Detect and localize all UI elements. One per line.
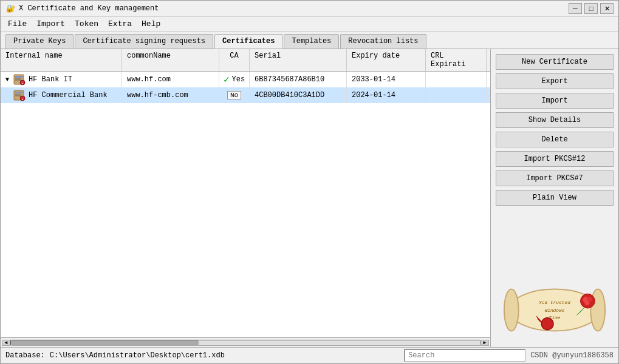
- ca-checkmark: ✓: [224, 73, 230, 86]
- cert-icon: ★: [13, 73, 26, 86]
- scrollbar-thumb[interactable]: [11, 340, 199, 345]
- import-button[interactable]: Import: [496, 93, 614, 109]
- cell-crl-expiry: [426, 87, 487, 103]
- cert-icon: ★: [13, 89, 26, 101]
- sidebar: New Certificate Export Import Show Detai…: [491, 49, 618, 347]
- delete-button[interactable]: Delete: [496, 132, 614, 147]
- svg-rect-1: [15, 76, 22, 78]
- menu-token[interactable]: Token: [70, 18, 103, 30]
- minimize-button[interactable]: ─: [569, 3, 582, 14]
- cell-ca: No: [219, 87, 250, 103]
- new-certificate-button[interactable]: New Certificate: [496, 54, 614, 70]
- cell-expiry: 2024-01-14: [347, 87, 426, 103]
- scroll-right-arrow[interactable]: ▶: [480, 340, 489, 346]
- db-label: Database:: [5, 351, 45, 360]
- col-common-name: commonName: [122, 49, 219, 71]
- svg-text:Time: Time: [549, 315, 561, 320]
- tabs-bar: Private Keys Certificate signing request…: [1, 32, 618, 49]
- cell-serial: 4CB00DB410C3A1DD: [250, 87, 347, 103]
- table-header: Internal name commonName CA Serial Expir…: [1, 49, 490, 72]
- table-row[interactable]: ▼ ★ HF Bank IT www.hf.com: [1, 72, 490, 87]
- menu-file[interactable]: File: [3, 18, 32, 30]
- no-badge: No: [227, 91, 241, 99]
- menu-extra[interactable]: Extra: [103, 18, 137, 30]
- table-row[interactable]: ★ HF Commercial Bank www.hf-cmb.com No 4…: [1, 87, 490, 103]
- cell-internal-name: ▼ ★ HF Bank IT: [1, 72, 122, 87]
- db-path: C:\Users\Administrator\Desktop\cert1.xdb: [50, 351, 399, 360]
- scrollbar-track[interactable]: [10, 340, 480, 346]
- col-internal-name: Internal name: [1, 49, 122, 71]
- table-body: ▼ ★ HF Bank IT www.hf.com: [1, 72, 490, 337]
- table-area: Internal name commonName CA Serial Expir…: [1, 49, 491, 347]
- cell-crl-expiry: [426, 72, 487, 87]
- cell-ca: ✓ Yes: [219, 72, 250, 87]
- export-button[interactable]: Export: [496, 73, 614, 89]
- menu-help[interactable]: Help: [137, 18, 165, 30]
- ca-label: Yes: [232, 75, 245, 84]
- tab-private-keys[interactable]: Private Keys: [5, 34, 74, 49]
- window-controls: ─ □ ✕: [569, 3, 614, 14]
- tab-certificates[interactable]: Certificates: [214, 34, 282, 49]
- brand-label: CSDN @yunyun1886358: [530, 351, 614, 360]
- internal-name-value: HF Bank IT: [29, 75, 72, 84]
- cell-expiry: 2033-01-14: [347, 72, 426, 87]
- close-button[interactable]: ✕: [600, 3, 614, 14]
- window-title: X Certificate and Key management: [19, 4, 569, 13]
- title-bar: 🔐 X Certificate and Key management ─ □ ✕: [1, 1, 618, 17]
- main-window: 🔐 X Certificate and Key management ─ □ ✕…: [0, 0, 619, 364]
- svg-rect-7: [15, 92, 22, 93]
- import-pkcs12-button[interactable]: Import PKCS#12: [496, 151, 614, 167]
- tab-templates[interactable]: Templates: [284, 34, 339, 49]
- maximize-button[interactable]: □: [584, 3, 598, 14]
- cell-serial: 6B87345687A86B10: [250, 72, 347, 87]
- col-crl-expiry: CRL Expirati: [426, 49, 487, 71]
- col-expiry-date: Expiry date: [347, 49, 426, 71]
- horizontal-scrollbar[interactable]: ◀ ▶: [1, 337, 490, 347]
- main-content: Internal name commonName CA Serial Expir…: [1, 49, 618, 347]
- svg-text:Xca trusted: Xca trusted: [538, 300, 570, 305]
- svg-point-19: [584, 300, 589, 305]
- logo-area: Xca trusted Windows Time: [496, 278, 614, 342]
- svg-text:Windows: Windows: [544, 308, 564, 313]
- internal-name-value: HF Commercial Bank: [29, 91, 108, 99]
- import-pkcs7-button[interactable]: Import PKCS#7: [496, 170, 614, 186]
- cell-common-name: www.hf-cmb.com: [122, 87, 219, 103]
- cell-internal-name: ★ HF Commercial Bank: [1, 87, 122, 103]
- tab-revocation-lists[interactable]: Revocation lists: [340, 34, 426, 49]
- status-bar: Database: C:\Users\Administrator\Desktop…: [1, 347, 618, 363]
- svg-point-14: [590, 289, 605, 331]
- show-details-button[interactable]: Show Details: [496, 112, 614, 128]
- search-input[interactable]: [404, 349, 525, 362]
- tab-csr[interactable]: Certificate signing requests: [75, 34, 213, 49]
- menu-import[interactable]: Import: [32, 18, 70, 30]
- plain-view-button[interactable]: Plain View: [496, 190, 614, 206]
- col-serial: Serial: [250, 49, 347, 71]
- svg-text:★: ★: [22, 82, 24, 86]
- scroll-logo: Xca trusted Windows Time: [501, 283, 609, 337]
- cell-common-name: www.hf.com: [122, 72, 219, 87]
- svg-text:★: ★: [21, 98, 23, 101]
- menu-bar: File Import Token Extra Help: [1, 17, 618, 32]
- expand-icon[interactable]: ▼: [5, 76, 9, 83]
- scroll-left-arrow[interactable]: ◀: [2, 340, 10, 346]
- app-icon: 🔐: [5, 4, 15, 13]
- svg-point-13: [504, 289, 519, 331]
- col-ca: CA: [219, 49, 250, 71]
